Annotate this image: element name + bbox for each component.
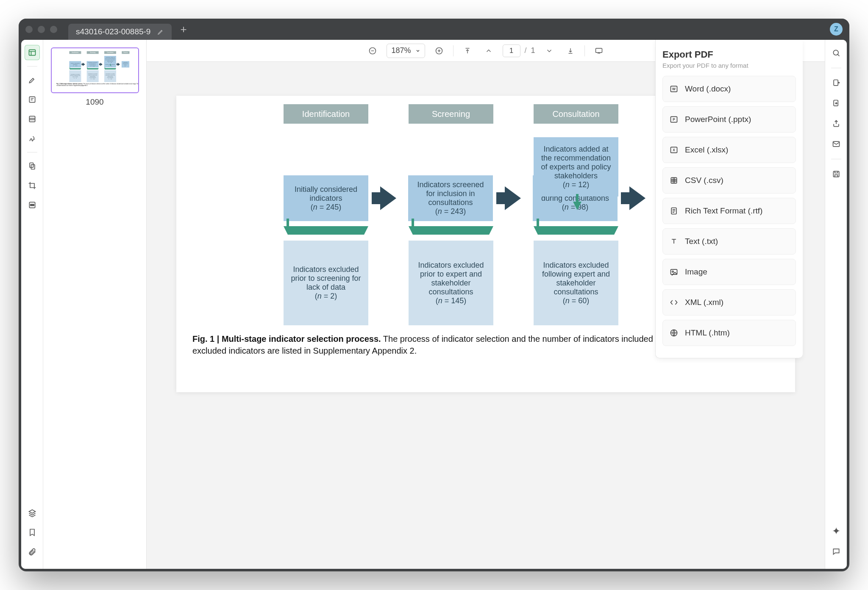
- svg-rect-25: [833, 171, 839, 177]
- convert-button[interactable]: [829, 96, 843, 111]
- next-page-button[interactable]: [542, 44, 556, 58]
- export-format-xml[interactable]: XML (.xml): [662, 289, 796, 316]
- page-input[interactable]: [503, 44, 520, 57]
- layers-button[interactable]: [25, 505, 40, 521]
- traffic-zoom-icon[interactable]: [50, 26, 57, 33]
- export-format-powerpoint[interactable]: P PowerPoint (.pptx): [662, 106, 796, 133]
- flow-box: Initially considered indicators (n = 245…: [69, 61, 81, 67]
- annotate-tool-button[interactable]: [25, 92, 40, 107]
- titlebar: s43016-023-00885-9 + Z: [19, 19, 849, 40]
- flow-box: Indicators included in the fi (n =: [121, 61, 129, 67]
- redact-tool-button[interactable]: [25, 197, 40, 213]
- svg-rect-9: [595, 48, 602, 53]
- export-button[interactable]: [829, 76, 843, 90]
- sign-tool-button[interactable]: [25, 131, 40, 146]
- added-indicators-box: Indicators added at the recommendation o…: [104, 56, 116, 64]
- arrow-down-icon: [534, 226, 618, 235]
- export-format-image[interactable]: Image: [662, 259, 796, 285]
- crop-tool-button[interactable]: [25, 178, 40, 193]
- app-window: s43016-023-00885-9 + Z: [19, 19, 849, 571]
- chevron-down-icon: [415, 48, 420, 53]
- excluded-box: Indicators excluded prior to screening f…: [69, 70, 81, 82]
- right-rail: ✦: [825, 40, 847, 569]
- main-area: 187% / 1: [147, 40, 825, 569]
- svg-point-19: [672, 271, 673, 272]
- svg-rect-2: [29, 116, 35, 122]
- traffic-minimize-icon[interactable]: [38, 26, 45, 33]
- arrow-down-icon: [573, 202, 581, 210]
- arrow-right-icon: [83, 63, 85, 66]
- svg-rect-23: [834, 100, 838, 106]
- comments-button[interactable]: [829, 544, 843, 559]
- arrow-down-icon: [69, 68, 81, 69]
- app-logo-icon[interactable]: ✦: [829, 524, 843, 538]
- arrow-right-icon: [100, 63, 102, 66]
- highlight-tool-button[interactable]: [25, 72, 40, 88]
- export-format-word[interactable]: W Word (.docx): [662, 76, 796, 102]
- export-format-html[interactable]: HTML (.htm): [662, 320, 796, 346]
- document-tab[interactable]: s43016-023-00885-9: [68, 24, 172, 40]
- excel-icon: X: [669, 145, 679, 155]
- new-tab-button[interactable]: +: [180, 23, 186, 36]
- svg-rect-6: [30, 204, 33, 205]
- traffic-close-icon[interactable]: [25, 26, 33, 33]
- svg-point-21: [833, 50, 838, 55]
- excluded-box: Indicators excluded following expert and…: [534, 241, 618, 325]
- added-indicators-box: Indicators added at the recommendation o…: [534, 137, 618, 197]
- export-format-csv[interactable]: CSV (.csv): [662, 167, 796, 194]
- flow-box: Indicators considered during consultatio…: [104, 61, 116, 67]
- stage-header: Identification: [284, 104, 368, 124]
- csv-icon: [669, 175, 679, 186]
- stage-header: Consultation: [534, 104, 618, 124]
- presentation-button[interactable]: [592, 44, 606, 58]
- thumbnail-pane: Identification Screening Consultation Fi…: [43, 40, 147, 569]
- share-button[interactable]: [829, 116, 843, 131]
- export-subtitle: Export your PDF to any format: [662, 62, 796, 69]
- stage-header: Identification: [69, 51, 81, 54]
- form-tool-button[interactable]: [25, 111, 40, 127]
- html-icon: [669, 328, 679, 338]
- email-button[interactable]: [829, 137, 843, 151]
- avatar[interactable]: Z: [830, 23, 843, 36]
- export-format-text[interactable]: Text (.txt): [662, 228, 796, 255]
- prev-page-button[interactable]: [481, 44, 496, 58]
- stage-header: Final se: [122, 51, 129, 54]
- stage-header: Consultation: [104, 51, 116, 54]
- tab-title: s43016-023-00885-9: [76, 27, 150, 36]
- organize-pages-button[interactable]: [25, 158, 40, 174]
- attachments-button[interactable]: [25, 544, 40, 560]
- zoom-out-button[interactable]: [365, 44, 380, 58]
- thumbnail-label: 1090: [86, 97, 103, 107]
- zoom-select[interactable]: 187%: [387, 44, 425, 58]
- bookmarks-button[interactable]: [25, 525, 40, 540]
- search-button[interactable]: [829, 46, 843, 60]
- zoom-in-button[interactable]: [432, 44, 446, 58]
- arrow-down-icon: [409, 226, 493, 235]
- arrow-down-icon: [86, 68, 98, 69]
- pdf-page: Identification Screening Consultation Fi…: [54, 50, 139, 91]
- arrow-right-icon: [380, 186, 396, 210]
- arrow-down-icon: [110, 65, 111, 66]
- flow-box: Initially considered indicators (n = 245…: [284, 175, 368, 221]
- save-button[interactable]: [829, 167, 843, 181]
- zoom-value: 187%: [391, 46, 411, 55]
- figure-caption: Fig. 1 | Multi-stage indicator selection…: [56, 83, 139, 86]
- flow-box: Indicators screened for inclusion in con…: [86, 61, 98, 67]
- excluded-box: Indicators excluded prior to screening f…: [284, 241, 368, 325]
- page-thumbnail[interactable]: Identification Screening Consultation Fi…: [51, 47, 139, 93]
- page-indicator: / 1: [503, 44, 535, 57]
- export-format-excel[interactable]: X Excel (.xlsx): [662, 137, 796, 163]
- stage-header: Screening: [86, 51, 98, 54]
- text-icon: [669, 236, 679, 247]
- svg-text:X: X: [673, 148, 675, 152]
- pencil-icon[interactable]: [157, 28, 164, 35]
- thumbnails-button[interactable]: [25, 45, 40, 60]
- svg-text:P: P: [673, 117, 675, 122]
- svg-rect-16: [671, 177, 676, 183]
- first-page-button[interactable]: [460, 44, 475, 58]
- last-page-button[interactable]: [563, 44, 578, 58]
- powerpoint-icon: P: [669, 114, 679, 125]
- xml-icon: [669, 297, 679, 307]
- stage-header: Screening: [409, 104, 493, 124]
- export-format-rtf[interactable]: Rich Text Format (.rtf): [662, 198, 796, 224]
